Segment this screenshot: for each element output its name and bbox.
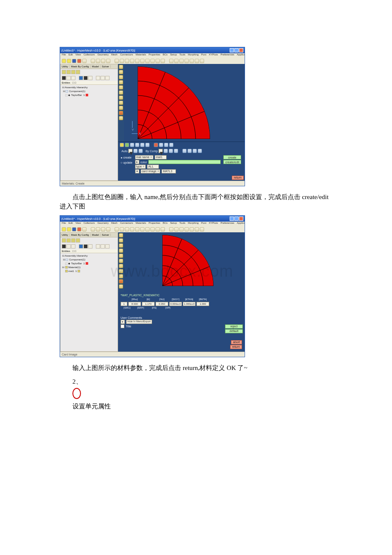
panel-icon[interactable] bbox=[88, 244, 92, 249]
view-icon[interactable] bbox=[156, 227, 160, 231]
panel-icon[interactable] bbox=[71, 238, 75, 243]
vis-icon[interactable] bbox=[138, 149, 143, 153]
view-icon[interactable] bbox=[200, 227, 204, 231]
tab-solver[interactable]: Solver bbox=[101, 65, 111, 68]
panel-icon[interactable] bbox=[101, 244, 105, 249]
view-icon[interactable] bbox=[174, 59, 179, 63]
side-tool-icon[interactable] bbox=[119, 85, 123, 90]
view-icon[interactable] bbox=[115, 59, 119, 63]
close-button[interactable] bbox=[239, 48, 243, 52]
color-field[interactable] bbox=[148, 160, 221, 164]
side-toolbar[interactable] bbox=[118, 232, 124, 292]
panel-icon[interactable] bbox=[66, 244, 71, 249]
tool-icon[interactable] bbox=[106, 227, 110, 231]
comments-toggle[interactable]: ▾ bbox=[121, 320, 125, 324]
side-tool-icon[interactable] bbox=[119, 70, 123, 74]
side-tool-icon[interactable] bbox=[119, 75, 123, 79]
open-icon[interactable] bbox=[67, 227, 71, 231]
vis-icon[interactable] bbox=[187, 149, 192, 153]
vis-icon[interactable] bbox=[133, 149, 138, 153]
side-tool-icon[interactable] bbox=[119, 101, 123, 105]
card-cell[interactable]: 8.930 bbox=[128, 302, 141, 306]
panel-icon[interactable] bbox=[105, 244, 110, 249]
side-tool-icon[interactable] bbox=[119, 254, 123, 258]
minimize-button[interactable] bbox=[230, 48, 234, 52]
panel-icon[interactable] bbox=[79, 244, 83, 249]
side-tool-icon[interactable] bbox=[119, 284, 123, 289]
return-button[interactable]: return bbox=[230, 345, 242, 349]
vis-icon[interactable] bbox=[145, 143, 150, 147]
model-browser[interactable]: Utility Mask By Config Model Solver Enti… bbox=[60, 232, 118, 352]
reject-button[interactable]: reject bbox=[225, 324, 243, 329]
maximize-button[interactable] bbox=[234, 48, 239, 52]
vis-icon[interactable] bbox=[159, 143, 163, 147]
tab-utility[interactable]: Utility bbox=[61, 65, 70, 68]
panel-icon[interactable] bbox=[66, 238, 71, 243]
side-tool-icon[interactable] bbox=[119, 279, 123, 283]
card-row-values[interactable]: 1 8.930 1.170 0.350 0.004e+0 1.000e+0 1.… bbox=[121, 302, 242, 306]
menu-bar[interactable]: FileEditViewCollectorsGeometryMeshConnec… bbox=[60, 53, 245, 58]
view-icon[interactable] bbox=[150, 59, 155, 63]
side-toolbar[interactable] bbox=[118, 64, 124, 142]
vis-icon[interactable] bbox=[130, 143, 134, 147]
tool-icon[interactable] bbox=[106, 59, 110, 63]
view-icon[interactable] bbox=[169, 59, 173, 63]
side-tool-icon[interactable] bbox=[119, 65, 123, 69]
radio-create[interactable]: create bbox=[121, 156, 132, 159]
vis-icon[interactable] bbox=[120, 143, 124, 147]
panel-icon[interactable] bbox=[71, 76, 75, 80]
graphics-area[interactable]: Y X bbox=[124, 64, 245, 142]
abort-button[interactable]: abort bbox=[231, 340, 242, 344]
view-icon[interactable] bbox=[179, 227, 184, 231]
view-icon[interactable] bbox=[200, 59, 204, 63]
vis-icon[interactable] bbox=[169, 143, 173, 147]
type-input[interactable]: ALL bbox=[147, 165, 159, 169]
side-tool-icon[interactable] bbox=[119, 264, 123, 268]
card-cell[interactable]: 1.000e+0 bbox=[183, 302, 196, 306]
vis-icon[interactable] bbox=[164, 149, 168, 153]
view-icon[interactable] bbox=[120, 59, 124, 63]
view-icon[interactable] bbox=[130, 59, 134, 63]
title-checkbox[interactable] bbox=[121, 324, 124, 328]
view-icon[interactable] bbox=[135, 227, 139, 231]
panel-icon[interactable] bbox=[96, 76, 100, 80]
view-icon[interactable] bbox=[184, 227, 189, 231]
view-icon[interactable] bbox=[125, 59, 129, 63]
view-icon[interactable] bbox=[145, 227, 150, 231]
tool-icon[interactable] bbox=[96, 227, 100, 231]
card-cell[interactable]: 0.004e+0 bbox=[169, 302, 182, 306]
tab-model[interactable]: Model bbox=[91, 234, 101, 236]
model-tree[interactable]: ⊟ Assembly Hierarchy ⊟ ⬚ Component(1) ⬚ … bbox=[61, 253, 118, 274]
tool-icon[interactable] bbox=[82, 227, 86, 231]
view-icon[interactable] bbox=[145, 59, 150, 63]
undo-icon[interactable] bbox=[77, 227, 81, 231]
panel-icon[interactable] bbox=[62, 76, 66, 80]
tool-icon[interactable] bbox=[101, 59, 105, 63]
panel-icon[interactable] bbox=[84, 244, 88, 249]
view-icon[interactable] bbox=[156, 59, 160, 63]
side-tool-icon[interactable] bbox=[119, 238, 123, 243]
open-icon[interactable] bbox=[67, 59, 71, 63]
view-icon[interactable] bbox=[150, 227, 155, 231]
view-icon[interactable] bbox=[125, 227, 129, 231]
view-icon[interactable] bbox=[140, 59, 144, 63]
panel-icon[interactable] bbox=[62, 244, 66, 249]
delete-icon[interactable] bbox=[154, 143, 158, 147]
cardimage-toggle[interactable]: ▾ bbox=[135, 169, 139, 173]
tool-icon[interactable] bbox=[101, 227, 105, 231]
side-tool-icon[interactable] bbox=[119, 233, 123, 237]
panel-icon[interactable] bbox=[66, 76, 71, 80]
view-icon[interactable] bbox=[174, 227, 179, 231]
panel-icon[interactable] bbox=[101, 76, 105, 80]
maximize-button[interactable] bbox=[234, 217, 239, 221]
panel-icon[interactable] bbox=[62, 238, 66, 243]
side-tool-icon[interactable] bbox=[119, 274, 123, 278]
tab-mask[interactable]: Mask By Config bbox=[70, 65, 91, 68]
panel-icon[interactable] bbox=[71, 70, 75, 74]
vis-icon[interactable] bbox=[164, 143, 168, 147]
view-icon[interactable] bbox=[130, 227, 134, 231]
panel-icon[interactable] bbox=[62, 70, 66, 74]
tool-icon[interactable] bbox=[96, 59, 100, 63]
vis-icon[interactable] bbox=[193, 149, 197, 153]
side-tool-icon[interactable] bbox=[119, 111, 123, 115]
